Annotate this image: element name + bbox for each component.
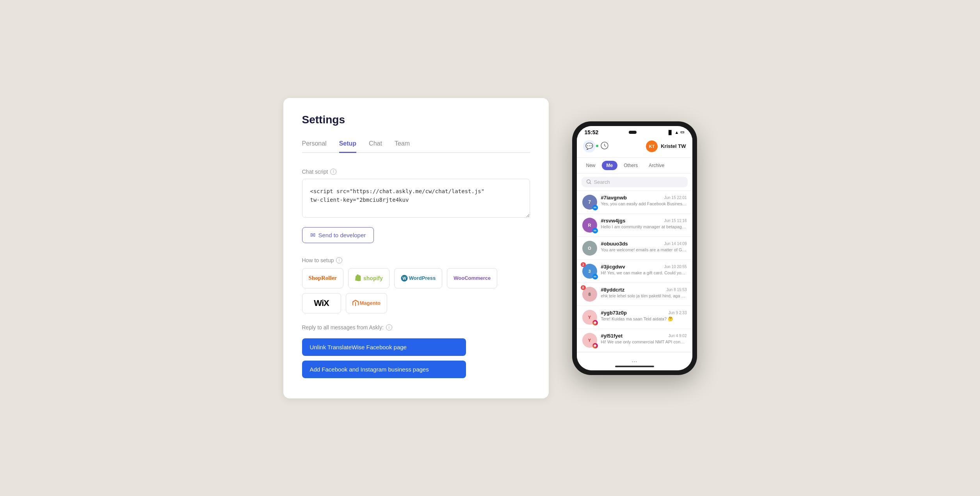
phone-app-header: 💬 KT Kristel TW <box>577 137 692 158</box>
chat-preview-yl51fyet: Hi! We use only commercial NMT API conne… <box>601 340 687 344</box>
tab-personal[interactable]: Personal <box>302 135 327 153</box>
chat-time-8yddcrtz: Jun 8 15:53 <box>666 288 687 292</box>
search-input[interactable]: Search <box>582 177 688 187</box>
platform-magento[interactable]: Magento <box>346 293 387 313</box>
chat-item-3jicgdwv[interactable]: 3 3 m #3jicgdwv Jun 10 20:55 Hi! Yes, we… <box>577 260 692 283</box>
online-status-dot <box>596 144 599 148</box>
user-name: Kristel TW <box>661 143 686 149</box>
chat-time-3jicgdwv: Jun 10 20:55 <box>664 265 687 269</box>
add-facebook-instagram-button[interactable]: Add Facebook and Instagram business page… <box>302 361 466 378</box>
chat-avatar-yl51fyet: Y ◉ <box>582 333 597 348</box>
settings-panel: Settings Personal Setup Chat Team Chat s… <box>283 98 549 398</box>
filter-tab-archive[interactable]: Archive <box>644 161 669 170</box>
how-to-setup-section: How to setup i ShopRoller shopify <box>302 257 530 313</box>
chat-preview-obuuo3ds: You are welcome! emails are a matter of … <box>601 247 687 252</box>
app-logo-container: 💬 <box>583 140 596 153</box>
page-title: Settings <box>302 114 530 126</box>
platform-wix[interactable]: WiX <box>302 293 341 313</box>
chat-list: 7 m #7iavgnwb Jun 15 22:01 Yes, you can … <box>577 191 692 352</box>
chat-content-7iavgnwb: #7iavgnwb Jun 15 22:01 Yes, you can easi… <box>601 195 687 206</box>
chat-item-ygb73z0p[interactable]: Y ◉ #ygb73z0p Jun 9 2:33 Tere! Kuidas ma… <box>577 306 692 329</box>
reply-section: Reply to all messages from Askly: i <box>302 324 530 331</box>
filter-tabs: New Me Others Archive <box>577 158 692 174</box>
instagram-icon-yl51fyet: ◉ <box>592 343 598 348</box>
chat-content-ygb73z0p: #ygb73z0p Jun 9 2:33 Tere! Kuidas ma saa… <box>601 310 687 322</box>
wifi-icon: ▲ <box>675 130 679 135</box>
chat-time-yl51fyet: Jun 4 9:02 <box>669 334 687 338</box>
status-icons: ▐▌ ▲ ▭ <box>667 130 684 135</box>
chat-script-textarea[interactable]: <script src="https://chat.askly.me/cw/ch… <box>302 179 530 218</box>
chat-item-7iavgnwb[interactable]: 7 m #7iavgnwb Jun 15 22:01 Yes, you can … <box>577 191 692 214</box>
chat-time-7iavgnwb: Jun 15 22:01 <box>664 196 687 200</box>
chat-name-7iavgnwb: #7iavgnwb <box>601 195 627 201</box>
phone-bottom-bar: ... <box>577 352 692 370</box>
platform-shopify[interactable]: shopify <box>348 268 390 288</box>
tab-setup[interactable]: Setup <box>339 135 356 153</box>
badge-7iavgnwb: 7 <box>588 199 591 205</box>
chat-content-rsvw4jgs: #rsvw4jgs Jun 15 11:16 Hello I am commun… <box>601 218 687 229</box>
home-indicator <box>615 366 654 367</box>
tab-team[interactable]: Team <box>395 135 410 153</box>
chat-avatar-obuuo3ds: O <box>582 241 597 256</box>
history-icon-container[interactable] <box>600 141 609 151</box>
chat-avatar-3jicgdwv: 3 3 m <box>582 264 597 279</box>
chat-script-label: Chat script i <box>302 169 530 175</box>
chat-item-obuuo3ds[interactable]: O #obuuo3ds Jun 14 14:09 You are welcome… <box>577 237 692 260</box>
search-icon <box>586 179 592 185</box>
chat-name-ygb73z0p: #ygb73z0p <box>601 310 627 316</box>
chat-content-8yddcrtz: #8yddcrtz Jun 8 15:53 ehk teie lehel sol… <box>601 287 687 298</box>
chat-preview-7iavgnwb: Yes, you can easily add Facebook Busines… <box>601 201 687 206</box>
chat-name-8yddcrtz: #8yddcrtz <box>601 287 625 293</box>
send-to-developer-button[interactable]: ✉ Send to developer <box>302 227 374 243</box>
chat-avatar-7iavgnwb: 7 m <box>582 195 597 210</box>
envelope-icon: ✉ <box>310 231 315 239</box>
signal-icon: ▐▌ <box>667 130 673 135</box>
chat-preview-8yddcrtz: ehk teie lehel solo ja tiim paketil hind… <box>601 293 687 298</box>
search-bar: Search <box>577 174 692 191</box>
platform-wordpress[interactable]: W WordPress <box>394 268 442 288</box>
chat-name-yl51fyet: #yl51fyet <box>601 333 623 339</box>
history-icon <box>600 141 609 150</box>
chat-time-ygb73z0p: Jun 9 2:33 <box>669 311 687 315</box>
status-time: 15:52 <box>585 129 599 135</box>
filter-tab-others[interactable]: Others <box>619 161 642 170</box>
chat-avatar-rsvw4jgs: R m <box>582 218 597 233</box>
platform-woocommerce[interactable]: WooCommerce <box>447 268 497 288</box>
tab-chat[interactable]: Chat <box>369 135 382 153</box>
chat-content-obuuo3ds: #obuuo3ds Jun 14 14:09 You are welcome! … <box>601 241 687 252</box>
chat-avatar-8yddcrtz: 8 8 <box>582 287 597 302</box>
chat-script-info-icon[interactable]: i <box>330 169 336 175</box>
how-to-setup-label: How to setup i <box>302 257 530 263</box>
messenger-icon-rsvw4jgs: m <box>592 228 598 233</box>
platform-shoproller[interactable]: ShopRoller <box>302 268 344 288</box>
chat-item-rsvw4jgs[interactable]: R m #rsvw4jgs Jun 15 11:16 Hello I am co… <box>577 214 692 237</box>
how-to-info-icon[interactable]: i <box>336 257 342 263</box>
phone-screen: 15:52 ▐▌ ▲ ▭ 💬 <box>577 126 692 370</box>
chat-preview-rsvw4jgs: Hello I am community manager at betapage… <box>601 224 687 229</box>
chat-content-yl51fyet: #yl51fyet Jun 4 9:02 Hi! We use only com… <box>601 333 687 344</box>
user-avatar: KT <box>646 140 658 152</box>
chat-item-8yddcrtz[interactable]: 8 8 #8yddcrtz Jun 8 15:53 ehk teie lehel… <box>577 283 692 306</box>
app-logo: 💬 <box>583 140 596 153</box>
chat-preview-ygb73z0p: Tere! Kuidas ma saan Teid aidata? 🤔 <box>601 316 687 322</box>
filter-tab-new[interactable]: New <box>582 161 600 170</box>
badge-8yddcrtz: 8 <box>581 285 586 290</box>
chat-item-yl51fyet[interactable]: Y ◉ #yl51fyet Jun 4 9:02 Hi! We use only… <box>577 329 692 352</box>
header-right: KT Kristel TW <box>646 140 686 152</box>
filter-tab-me[interactable]: Me <box>602 161 618 170</box>
chat-time-rsvw4jgs: Jun 15 11:16 <box>664 219 687 223</box>
search-placeholder: Search <box>594 179 610 185</box>
unlink-facebook-button[interactable]: Unlink TranslateWise Facebook page <box>302 338 466 356</box>
more-dots: ... <box>631 356 637 364</box>
reply-label: Reply to all messages from Askly: i <box>302 324 530 331</box>
platform-logos-container: ShopRoller shopify W WordPress <box>302 268 530 313</box>
battery-icon: ▭ <box>680 130 684 135</box>
instagram-icon-ygb73z0p: ◉ <box>592 320 598 325</box>
phone-status-bar: 15:52 ▐▌ ▲ ▭ <box>577 126 692 137</box>
chat-name-3jicgdwv: #3jicgdwv <box>601 264 625 270</box>
chat-avatar-ygb73z0p: Y ◉ <box>582 310 597 325</box>
reply-info-icon[interactable]: i <box>386 324 392 331</box>
chat-time-obuuo3ds: Jun 14 14:09 <box>664 242 687 246</box>
chat-content-3jicgdwv: #3jicgdwv Jun 10 20:55 Hi! Yes, we can m… <box>601 264 687 275</box>
phone-mockup: 15:52 ▐▌ ▲ ▭ 💬 <box>572 121 697 375</box>
